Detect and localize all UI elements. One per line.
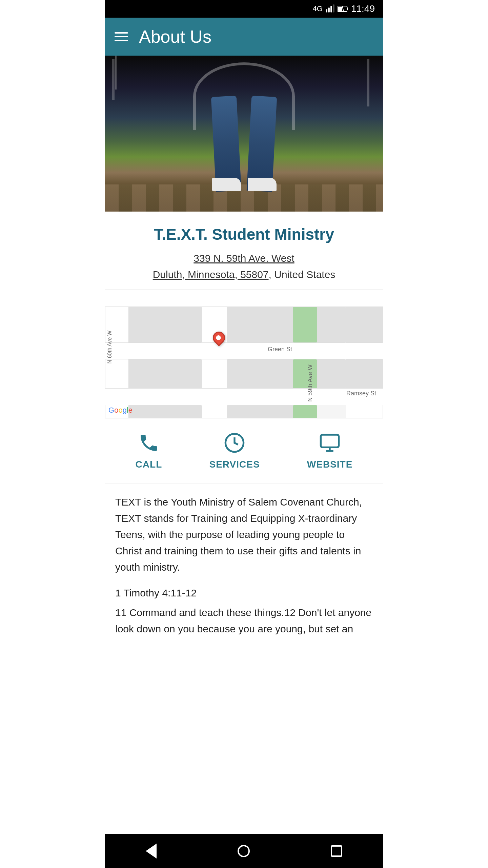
n60th-label: N 60th Ave W (107, 331, 113, 364)
app-bar: About Us (105, 18, 383, 56)
services-label: SERVICES (209, 459, 260, 470)
svg-rect-9 (321, 435, 339, 447)
website-button[interactable]: WEBSITE (307, 432, 353, 470)
address-country: , United States (269, 269, 336, 280)
svg-rect-2 (330, 6, 332, 13)
ramsey-st-label: Ramsey St (346, 390, 376, 397)
action-buttons: CALL SERVICES WEBSITE (105, 418, 383, 484)
svg-rect-1 (328, 8, 330, 13)
call-label: CALL (136, 459, 162, 470)
svg-rect-3 (333, 4, 334, 12)
address-line2[interactable]: Duluth, Minnesota, 55807 (153, 269, 269, 280)
description-section: TEXT is the Youth Ministry of Salem Cove… (105, 484, 383, 637)
signal-icon (325, 4, 335, 14)
monitor-icon (319, 432, 341, 455)
address-line1[interactable]: 339 N. 59th Ave. West (194, 253, 294, 264)
svg-rect-5 (338, 7, 342, 11)
phone-icon (138, 432, 160, 455)
call-button[interactable]: CALL (136, 432, 162, 470)
ministry-name: T.E.X.T. Student Ministry (112, 225, 376, 243)
network-indicator: 4G (313, 4, 323, 13)
green-st-label: Green St (268, 346, 292, 353)
page-title: About Us (139, 26, 211, 47)
services-button[interactable]: SERVICES (209, 432, 260, 470)
map-container[interactable]: Green St N 59th Ave W N 60th Ave W Ramse… (105, 290, 383, 418)
website-label: WEBSITE (307, 459, 353, 470)
svg-rect-6 (347, 7, 348, 10)
main-description: TEXT is the Youth Ministry of Salem Cove… (115, 494, 373, 575)
hamburger-menu-icon[interactable] (115, 32, 128, 41)
svg-rect-0 (326, 9, 327, 12)
ministry-info: T.E.X.T. Student Ministry 339 N. 59th Av… (105, 212, 383, 290)
time-display: 11:49 (351, 3, 375, 14)
hero-image (105, 56, 383, 212)
ministry-address: 339 N. 59th Ave. West Duluth, Minnesota,… (112, 250, 376, 283)
scripture-text: 11 Command and teach these things.12 Don… (115, 605, 373, 637)
google-logo: Google (108, 406, 133, 415)
n59th-label: N 59th Ave W (307, 364, 314, 402)
scripture-reference: 1 Timothy 4:11-12 (115, 585, 373, 601)
status-bar: 4G 11:49 (105, 0, 383, 18)
battery-icon (338, 5, 348, 12)
svg-line-7 (342, 6, 344, 12)
clock-icon (224, 432, 245, 455)
status-icons: 4G 11:49 (313, 3, 375, 14)
map-pin (213, 332, 225, 344)
